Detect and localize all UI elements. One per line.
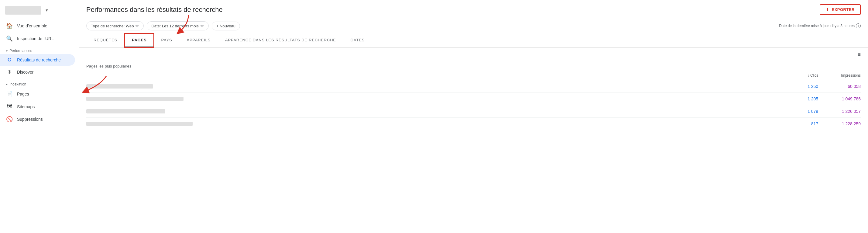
page-title: Performances dans les résultats de reche… [86, 6, 223, 14]
url-placeholder [86, 109, 165, 113]
filterbar: Type de recherche: Web ✏ Date: Les 12 de… [79, 18, 868, 33]
content-area: ≡ Pages les plus populaires ↓ Clics Impr… [79, 48, 868, 233]
tab-pages-wrapper: PAGES [125, 33, 154, 48]
section-label: Performances [9, 49, 32, 53]
export-icon: ⬇ [826, 7, 829, 12]
last-update: Date de la dernière mise à jour : il y a… [779, 23, 861, 28]
url-placeholder [86, 122, 193, 126]
url-placeholder [86, 97, 184, 101]
edit-icon: ✏ [200, 23, 204, 28]
date-filter[interactable]: Date: Les 12 derniers mois ✏ [147, 21, 209, 30]
discover-icon: ✳ [6, 69, 13, 76]
sidebar-header: ▼ [0, 3, 79, 20]
url-cell [86, 122, 776, 126]
sidebar-item-label: Sitemaps [17, 104, 35, 109]
tab-requetes[interactable]: REQUÊTES [86, 33, 125, 48]
chevron-icon: ▾ [6, 49, 8, 53]
sidebar-item-inspection-url[interactable]: 🔍 Inspection de l'URL [0, 32, 75, 45]
url-cell [86, 97, 776, 101]
impressions-cell: 1 226 057 [818, 109, 861, 114]
sidebar-item-label: Inspection de l'URL [17, 36, 54, 41]
tabs-bar: REQUÊTES PAGES PAYS APPAREILS APPARENCE … [79, 33, 868, 48]
sidebar-item-suppressions[interactable]: 🚫 Suppressions [0, 113, 75, 126]
impressions-cell: 60 058 [818, 84, 861, 89]
sidebar-item-pages[interactable]: 📄 Pages [0, 88, 75, 100]
url-cell [86, 109, 776, 113]
sidebar-item-label: Discover [17, 70, 33, 75]
date-label: Date: Les 12 derniers mois [151, 24, 198, 28]
new-filter-button[interactable]: + Nouveau [212, 22, 240, 30]
clics-cell: 817 [776, 121, 818, 126]
suppressions-icon: 🚫 [6, 116, 13, 123]
url-cell [86, 84, 776, 89]
last-update-text: Date de la dernière mise à jour : il y a… [779, 24, 855, 28]
sidebar-item-label: Pages [17, 92, 29, 96]
export-label: EXPORTER [832, 7, 855, 12]
search-type-label: Type de recherche: Web [91, 24, 134, 28]
chevron-icon: ▾ [6, 83, 8, 86]
impressions-cell: 1 228 259 [818, 121, 861, 126]
table-toolbar: ≡ [86, 48, 861, 60]
table-row: 1 250 60 058 [86, 80, 861, 93]
sidebar-item-discover[interactable]: ✳ Discover [0, 66, 75, 79]
section-performances[interactable]: ▾ Performances [0, 45, 79, 54]
export-button[interactable]: ⬇ EXPORTER [820, 4, 861, 15]
sidebar-item-label: Vue d'ensemble [17, 23, 47, 28]
table-header-row: ↓ Clics Impressions [86, 71, 861, 80]
table-row: 1 079 1 226 057 [86, 105, 861, 118]
clics-cell: 1 079 [776, 109, 818, 114]
table-row: 1 205 1 049 786 [86, 93, 861, 105]
edit-icon: ✏ [135, 23, 139, 28]
sidebar-item-vue-ensemble[interactable]: 🏠 Vue d'ensemble [0, 20, 75, 32]
tab-appareils[interactable]: APPAREILS [179, 33, 218, 48]
logo-placeholder [5, 6, 41, 14]
section-label: Pages les plus populaires [86, 60, 861, 71]
clics-cell: 1 205 [776, 96, 818, 101]
google-icon: G [6, 57, 13, 63]
sidebar-item-label: Résultats de recherche [17, 57, 61, 62]
tab-pays[interactable]: PAYS [154, 33, 179, 48]
new-label: + Nouveau [216, 24, 236, 28]
url-placeholder [86, 84, 153, 89]
main-content: Performances dans les résultats de reche… [79, 0, 868, 233]
filter-icon[interactable]: ≡ [857, 51, 861, 58]
sidebar-item-label: Suppressions [17, 117, 43, 122]
col-impressions-header: Impressions [818, 73, 861, 78]
home-icon: 🏠 [6, 23, 13, 29]
col-clics-header: ↓ Clics [776, 73, 818, 78]
sidebar-chevron-icon[interactable]: ▼ [45, 8, 49, 12]
search-icon: 🔍 [6, 35, 13, 42]
table-row: 817 1 228 259 [86, 118, 861, 130]
section-indexation[interactable]: ▾ Indexation [0, 79, 79, 88]
sidebar-nav: 🏠 Vue d'ensemble 🔍 Inspection de l'URL ▾… [0, 20, 79, 233]
sidebar: ▼ 🏠 Vue d'ensemble 🔍 Inspection de l'URL… [0, 0, 79, 233]
tab-pages[interactable]: PAGES [125, 33, 154, 48]
pages-icon: 📄 [6, 91, 13, 97]
sidebar-item-resultats-recherche[interactable]: G Résultats de recherche [0, 54, 75, 66]
sitemaps-icon: 🗺 [6, 104, 13, 110]
info-icon[interactable]: i [856, 23, 861, 28]
tab-dates[interactable]: DATES [343, 33, 372, 48]
clics-cell: 1 250 [776, 84, 818, 89]
search-type-filter[interactable]: Type de recherche: Web ✏ [86, 21, 144, 30]
sidebar-item-sitemaps[interactable]: 🗺 Sitemaps [0, 100, 75, 113]
impressions-cell: 1 049 786 [818, 96, 861, 101]
data-table: ↓ Clics Impressions 1 250 60 058 [86, 71, 861, 130]
section-label: Indexation [9, 82, 26, 86]
topbar: Performances dans les résultats de reche… [79, 0, 868, 18]
tab-apparence[interactable]: APPARENCE DANS LES RÉSULTATS DE RECHERCH… [218, 33, 343, 48]
